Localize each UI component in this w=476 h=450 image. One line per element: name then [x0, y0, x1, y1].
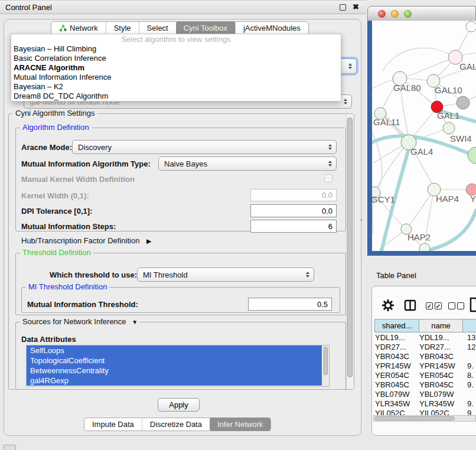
settings-scrollbar-thumb[interactable]: [347, 118, 353, 377]
combo-spinner-icon: [344, 99, 347, 105]
attributes-scrollbar-thumb[interactable]: [324, 347, 328, 375]
unchecked-checkbox-icon: [457, 302, 464, 309]
data-attributes-list: SelfLoops TopologicalCoefficient Between…: [26, 345, 330, 387]
minimize-traffic-light-icon[interactable]: [391, 10, 399, 18]
column-header-name[interactable]: name: [419, 319, 463, 332]
column-visibility-button[interactable]: [404, 299, 416, 313]
network-edges-highlight: [372, 110, 476, 251]
which-threshold-label: Which threshold to use:: [50, 270, 137, 279]
node-label: GAL4: [410, 146, 433, 156]
tab-network[interactable]: Network: [51, 22, 106, 34]
list-item[interactable]: gal4RGexp: [27, 376, 322, 386]
cell: 9.: [464, 399, 476, 409]
mi-steps-label: Mutual Information Steps:: [21, 222, 116, 231]
checked-checkbox-icon: ✓: [435, 302, 442, 309]
tab-discretize-data[interactable]: Discretize Data: [142, 418, 210, 431]
cell: YPR145W: [419, 361, 464, 371]
export-table-button[interactable]: [470, 297, 476, 314]
attributes-scrollbar[interactable]: [322, 345, 329, 386]
table-row[interactable]: YBR045C YBR045C 9.: [372, 380, 476, 390]
partial-toolbar-button[interactable]: [3, 445, 16, 450]
table-row[interactable]: YBR043C YBR043C: [372, 352, 476, 361]
mi-steps-field[interactable]: 6: [250, 220, 337, 233]
settings-scrollbar[interactable]: [346, 114, 354, 389]
table-row[interactable]: YDR27... YDR27... 12: [372, 343, 476, 352]
close-traffic-light-icon[interactable]: [378, 10, 386, 18]
node-swi4[interactable]: [443, 122, 455, 134]
deselect-all-button[interactable]: [448, 302, 464, 309]
cell: YDR27...: [372, 343, 419, 352]
tab-select[interactable]: Select: [139, 22, 176, 34]
combo-spinner-icon: [348, 63, 352, 69]
list-item[interactable]: SelfLoops: [27, 345, 322, 356]
table-row[interactable]: YIL052C YIL052C 9.: [372, 409, 476, 415]
aracne-mode-combobox[interactable]: Discovery: [72, 140, 337, 154]
collapse-arrow-icon[interactable]: ▼: [132, 319, 138, 325]
tab-cyni-toolbox[interactable]: Cyni Toolbox: [176, 21, 235, 35]
network-window-titlebar[interactable]: [367, 6, 476, 21]
tab-impute-data[interactable]: Impute Data: [84, 418, 142, 431]
table-settings-button[interactable]: [382, 299, 395, 314]
sources-group-header[interactable]: Sources for Network Inference ▼: [20, 318, 140, 327]
table-row[interactable]: YPR145W YPR145W 9.: [372, 361, 476, 371]
mi-type-combobox[interactable]: Naive Bayes: [158, 156, 337, 171]
list-item[interactable]: BetweennessCentrality: [27, 366, 322, 376]
manual-kernel-label: Manual Kernel Width Definition: [21, 175, 135, 184]
node-label: GAL1: [437, 110, 459, 120]
list-item[interactable]: TopologicalCoefficient: [27, 356, 322, 366]
table-row[interactable]: YDL19... YDL19... 13: [372, 333, 476, 343]
float-window-icon[interactable]: [340, 4, 346, 11]
kernel-width-field[interactable]: 0.0: [250, 189, 337, 201]
tab-jactivemnodules-label: jActiveMNodules: [243, 24, 301, 32]
algorithm-option[interactable]: Bayesian – Hill Climbing: [11, 44, 341, 54]
expand-arrow-icon[interactable]: ▶: [146, 237, 151, 244]
node-label: SWI4: [450, 133, 472, 144]
select-all-button[interactable]: ✓ ✓: [426, 302, 442, 309]
threshold-definition-title: Threshold Definition: [20, 249, 93, 257]
cyni-algorithm-settings-title: Cyni Algorithm Settings: [13, 109, 97, 118]
table-panel-title: Table Panel: [376, 271, 416, 280]
algorithm-option[interactable]: Dream8 DC_TDC Algorithm: [11, 92, 341, 101]
close-icon[interactable]: ✖: [353, 2, 359, 11]
algorithm-option[interactable]: Bayesian – K2: [11, 82, 341, 92]
tab-infer-network[interactable]: Infer Network: [210, 418, 270, 431]
unchecked-checkbox-icon: [448, 302, 455, 309]
node-label: GCY1: [372, 194, 395, 204]
algorithm-option[interactable]: Mutual Information Inference: [11, 73, 341, 82]
mi-threshold-field[interactable]: 0.5: [248, 298, 332, 311]
node-label: Y: [470, 194, 476, 204]
node-label: GAL11: [373, 117, 400, 127]
node-label: HAP2: [407, 232, 431, 242]
node-label: HAP4: [436, 194, 459, 204]
cell: YIL052C: [372, 409, 419, 415]
dpi-tolerance-field[interactable]: 0.0: [250, 204, 337, 217]
node-partial-bottom[interactable]: [419, 243, 430, 251]
panel-collapse-handle[interactable]: ‹: [360, 216, 363, 223]
table-horizontal-scrollbar-thumb[interactable]: [374, 416, 455, 420]
network-canvas[interactable]: GAL GAL80 GAL10 GAL1 GAL11 SWI4 GAL4 GCY…: [372, 21, 476, 251]
table-row[interactable]: YBL079W YBL079W: [372, 390, 476, 399]
apply-button[interactable]: Apply: [158, 398, 200, 412]
control-panel-tabbar: Network Style Select Cyni Toolbox jActiv…: [51, 21, 309, 35]
hub-definition-section[interactable]: Hub/Transcription Factor Definition ▶: [21, 236, 151, 246]
cell: 13: [464, 333, 476, 343]
algorithm-option-selected[interactable]: ARACNE Algorithm: [11, 63, 341, 73]
table-horizontal-scrollbar[interactable]: [373, 415, 476, 422]
manual-kernel-checkbox[interactable]: [324, 174, 332, 182]
cell: YDR27...: [419, 343, 464, 352]
node-gray[interactable]: [457, 96, 470, 109]
tab-style-label: Style: [114, 24, 131, 32]
tab-jactivemnodules[interactable]: jActiveMNodules: [235, 22, 308, 34]
which-threshold-combobox[interactable]: MI Threshold: [137, 268, 314, 282]
algorithm-dropdown: Select algorithm to view settings Bayesi…: [11, 34, 341, 102]
table-row[interactable]: YLR345W YLR345W 9.: [372, 399, 476, 409]
zoom-traffic-light-icon[interactable]: [404, 10, 412, 18]
tab-style[interactable]: Style: [106, 22, 139, 34]
algorithm-option[interactable]: Basic Correlation Inference: [11, 54, 341, 63]
node[interactable]: [466, 21, 476, 32]
cell: YBL079W: [419, 390, 464, 399]
column-header-partial[interactable]: [462, 319, 476, 332]
table-row[interactable]: YER054C YER054C 8.: [372, 371, 476, 380]
node-green-partial[interactable]: [468, 147, 476, 164]
column-header-shared-name[interactable]: shared...: [374, 319, 419, 332]
